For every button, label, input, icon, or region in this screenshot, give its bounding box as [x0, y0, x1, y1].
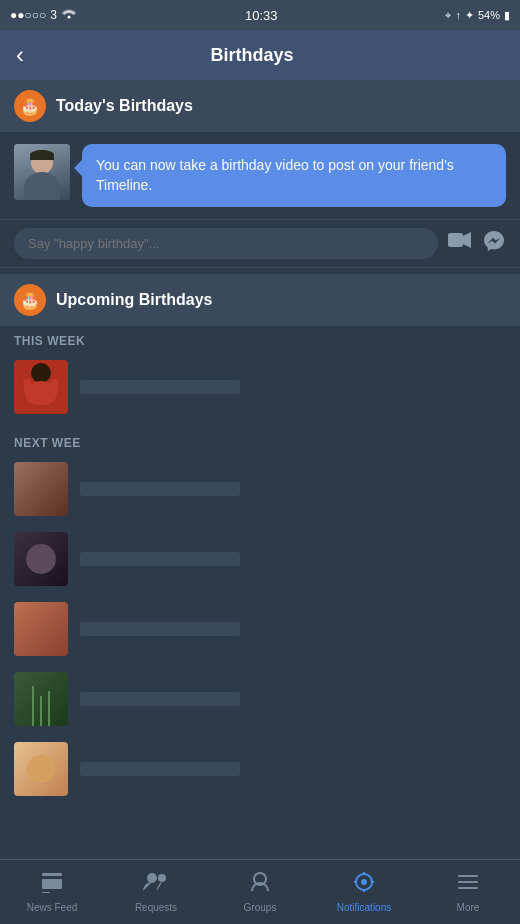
birthday-name	[80, 622, 240, 636]
birthday-message-input[interactable]	[14, 228, 438, 259]
svg-point-9	[361, 879, 367, 885]
birthday-name	[80, 482, 240, 496]
tab-bar: News Feed Requests Groups	[0, 859, 520, 924]
svg-rect-15	[458, 881, 478, 883]
birthday-tooltip: You can now take a birthday video to pos…	[82, 144, 506, 207]
birthday-name	[80, 692, 240, 706]
svg-rect-2	[42, 873, 62, 876]
next-week-label: NEXT WEE	[0, 428, 520, 454]
birthday-icon: 🎂	[14, 90, 46, 122]
status-bar: ●●○○○ 3 10:33 ⌖ ↑ ✦ 54% ▮	[0, 0, 520, 30]
svg-point-5	[147, 873, 157, 883]
today-birthdays-header: 🎂 Today's Birthdays	[0, 80, 520, 132]
list-item	[0, 454, 520, 524]
today-birthdays-title: Today's Birthdays	[56, 97, 193, 115]
svg-rect-3	[42, 879, 62, 889]
avatar	[14, 672, 68, 726]
list-item	[0, 734, 520, 804]
svg-rect-0	[448, 233, 463, 247]
avatar	[14, 742, 68, 796]
news-feed-icon	[40, 871, 64, 899]
tab-groups-label: Groups	[244, 902, 277, 913]
tab-news-feed[interactable]: News Feed	[0, 860, 104, 924]
birthday-name	[80, 380, 240, 394]
signal-icon: ↑	[455, 9, 461, 21]
avatar	[14, 360, 68, 414]
tab-requests[interactable]: Requests	[104, 860, 208, 924]
svg-rect-14	[458, 875, 478, 877]
messenger-icon[interactable]	[482, 229, 506, 259]
location-icon: ⌖	[445, 9, 451, 22]
birthday-name	[80, 762, 240, 776]
list-item	[0, 352, 520, 422]
carrier-label: 3	[50, 8, 57, 22]
tab-news-feed-label: News Feed	[27, 902, 78, 913]
tab-more[interactable]: More	[416, 860, 520, 924]
more-icon	[456, 871, 480, 899]
svg-rect-4	[42, 892, 50, 893]
today-birthday-card: You can now take a birthday video to pos…	[0, 132, 520, 219]
bluetooth-icon: ✦	[465, 9, 474, 22]
avatar	[14, 462, 68, 516]
tab-notifications-label: Notifications	[337, 902, 391, 913]
this-week-label: THIS WEEK	[0, 326, 520, 352]
birthday-name	[80, 552, 240, 566]
upcoming-birthdays-header: 🎂 Upcoming Birthdays	[0, 274, 520, 326]
requests-icon	[143, 871, 169, 899]
write-action-icons	[448, 229, 506, 259]
list-item	[0, 524, 520, 594]
svg-point-6	[158, 874, 166, 882]
upcoming-icon: 🎂	[14, 284, 46, 316]
status-left: ●●○○○ 3	[10, 8, 77, 23]
avatar	[14, 144, 70, 200]
wifi-icon	[61, 8, 77, 23]
tab-groups[interactable]: Groups	[208, 860, 312, 924]
back-button[interactable]: ‹	[16, 41, 24, 69]
content-area: 🎂 Today's Birthdays You can now take a b…	[0, 80, 520, 859]
status-time: 10:33	[245, 8, 278, 23]
list-item	[0, 594, 520, 664]
tab-notifications[interactable]: Notifications	[312, 860, 416, 924]
battery-label: 54%	[478, 9, 500, 21]
svg-rect-16	[458, 887, 478, 889]
nav-bar: ‹ Birthdays	[0, 30, 520, 80]
upcoming-birthdays-title: Upcoming Birthdays	[56, 291, 212, 309]
avatar	[14, 602, 68, 656]
signal-dots: ●●○○○	[10, 8, 46, 22]
battery-icon: ▮	[504, 9, 510, 22]
tab-requests-label: Requests	[135, 902, 177, 913]
svg-marker-1	[463, 232, 471, 248]
write-bar	[0, 219, 520, 268]
tooltip-text: You can now take a birthday video to pos…	[96, 157, 454, 193]
tab-more-label: More	[457, 902, 480, 913]
status-right: ⌖ ↑ ✦ 54% ▮	[445, 9, 510, 22]
avatar	[14, 532, 68, 586]
page-title: Birthdays	[40, 45, 464, 66]
notifications-icon	[352, 871, 376, 899]
groups-icon	[248, 871, 272, 899]
list-item	[0, 664, 520, 734]
video-icon[interactable]	[448, 229, 472, 259]
